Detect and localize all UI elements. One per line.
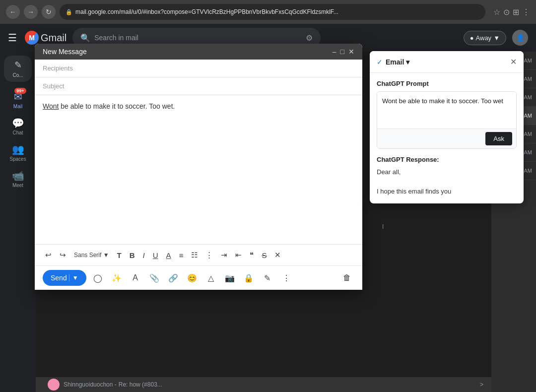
italic-button[interactable]: I bbox=[140, 249, 147, 261]
back-button[interactable]: ← bbox=[6, 5, 20, 19]
discard-button[interactable]: 🗑 bbox=[339, 270, 354, 285]
lock-icon: 🔒 bbox=[66, 9, 72, 15]
compose-body: Recipients Subject Wont be able to make … bbox=[35, 60, 362, 244]
signature-button[interactable]: ✎ bbox=[260, 270, 275, 285]
close-compose-button[interactable]: ✕ bbox=[348, 48, 354, 56]
chatgpt-ask-row: Ask bbox=[377, 129, 516, 148]
browser-actions: ☆ ⊙ ⊞ ⋮ bbox=[493, 7, 530, 17]
dropdown-arrow-icon: ▾ bbox=[406, 58, 409, 66]
chatgpt-prompt-title: ChatGPT Prompt bbox=[377, 80, 517, 87]
compose-button[interactable]: ✎ Co... bbox=[4, 56, 32, 82]
browser-chrome: ← → ↻ 🔒 mail.google.com/mail/u/0/#inbox?… bbox=[0, 0, 536, 24]
search-icon: 🔍 bbox=[80, 33, 90, 43]
text-color-button[interactable]: A bbox=[164, 249, 174, 261]
font-size-button[interactable]: T​​ bbox=[115, 249, 124, 261]
away-label: Away bbox=[476, 34, 492, 42]
link-button[interactable]: 🔗 bbox=[166, 270, 181, 285]
user-avatar[interactable]: 👤 bbox=[512, 30, 528, 46]
lock-button[interactable]: 🔒 bbox=[241, 270, 256, 285]
gmail-background: ☰ M Gmail 🔍 Search in mail ⚙ ● Away ▼ 👤 … bbox=[0, 24, 536, 392]
compose-underline-word: Wont bbox=[43, 102, 59, 110]
forward-button[interactable]: → bbox=[24, 5, 38, 19]
away-icon: ● bbox=[470, 34, 474, 42]
compose-label: Co... bbox=[12, 72, 23, 78]
gmail-sidebar: ✎ Co... ✉ 99+ Mail 💬 Chat 👥 Spaces 📹 Mee… bbox=[0, 52, 36, 392]
spaces-icon: 👥 bbox=[12, 143, 24, 155]
indent-less-button[interactable]: ⇤ bbox=[233, 249, 244, 261]
compose-text-area[interactable]: Wont be able to make it to soccer. Too w… bbox=[35, 95, 362, 244]
gmail-logo-text: Gmail bbox=[41, 32, 67, 44]
drive-button[interactable]: △ bbox=[203, 270, 218, 285]
gmail-logo: M Gmail bbox=[25, 31, 67, 45]
send-chevron: ▼ bbox=[69, 274, 78, 281]
unread-badge: 99+ bbox=[14, 88, 26, 94]
checkmark-icon: ✓ bbox=[377, 58, 383, 66]
email-type-label: Email bbox=[386, 58, 404, 66]
gmail-m-icon: M bbox=[25, 31, 39, 45]
bottom-notification[interactable]: Shinnguoiduochon - Re: how (#803... > bbox=[36, 377, 491, 392]
chatgpt-response-text: Dear all, I hope this email finds you bbox=[377, 167, 517, 196]
response-line-2: I hope this email finds you bbox=[377, 187, 517, 196]
notification-chevron[interactable]: > bbox=[480, 381, 483, 388]
mail-badge-wrapper: ✉ 99+ bbox=[14, 91, 22, 103]
formatting-button[interactable]: ◯ bbox=[90, 270, 105, 285]
away-button[interactable]: ● Away ▼ bbox=[464, 31, 506, 45]
redo-button[interactable]: ↪ bbox=[57, 249, 68, 261]
chat-icon: 💬 bbox=[12, 117, 24, 129]
cursor-indicator: I bbox=[382, 222, 384, 231]
email-type-dropdown[interactable]: Email ▾ bbox=[386, 58, 409, 66]
response-line-1: Dear all, bbox=[377, 167, 517, 177]
sidebar-item-mail[interactable]: ✉ 99+ Mail bbox=[3, 88, 33, 112]
compose-title: New Message bbox=[43, 48, 87, 56]
image-button[interactable]: 📷 bbox=[222, 270, 237, 285]
hamburger-menu[interactable]: ☰ bbox=[8, 32, 17, 44]
indent-more-button[interactable]: ⇥ bbox=[218, 249, 230, 261]
strikethrough-button[interactable]: S bbox=[259, 249, 269, 261]
bookmark-icon[interactable]: ☆ bbox=[493, 7, 500, 17]
meet-icon: 📹 bbox=[12, 170, 24, 182]
expand-button[interactable]: □ bbox=[340, 48, 344, 56]
chatgpt-response-title: ChatGPT Response: bbox=[377, 156, 517, 163]
chatgpt-header: ✓ Email ▾ ✕ bbox=[370, 51, 524, 73]
notification-subject: Re: how (#803... bbox=[119, 381, 162, 388]
numbered-list-button[interactable]: ☷ bbox=[189, 249, 200, 261]
remove-format-button[interactable]: ✕ bbox=[272, 249, 283, 261]
extensions-icon[interactable]: ⊞ bbox=[513, 7, 519, 17]
subject-label: Subject bbox=[43, 82, 64, 90]
away-chevron: ▼ bbox=[493, 34, 500, 42]
minimize-button[interactable]: – bbox=[333, 48, 336, 56]
menu-icon[interactable]: ⋮ bbox=[522, 7, 530, 17]
sparkle-button[interactable]: ✨ bbox=[109, 270, 124, 285]
address-bar[interactable]: 🔒 mail.google.com/mail/u/0/#inbox?compos… bbox=[60, 4, 485, 20]
sidebar-item-chat[interactable]: 💬 Chat bbox=[3, 114, 33, 138]
undo-button[interactable]: ↩ bbox=[43, 249, 54, 261]
subject-field[interactable]: Subject bbox=[35, 77, 362, 95]
align-button[interactable]: ≡ bbox=[177, 249, 186, 261]
sidebar-item-meet[interactable]: 📹 Meet bbox=[3, 167, 33, 191]
chatgpt-textarea-wrapper: Wont be able to make it to soccer. Too w… bbox=[377, 91, 517, 149]
chatgpt-prompt-input[interactable]: Wont be able to make it to soccer. Too w… bbox=[377, 92, 516, 127]
underline-button[interactable]: U bbox=[150, 249, 161, 261]
font-color-button[interactable]: A bbox=[128, 270, 143, 285]
chatgpt-header-left: ✓ Email ▾ bbox=[377, 58, 409, 66]
bullet-list-button[interactable]: ⋮ bbox=[203, 249, 215, 261]
compose-header: New Message – □ ✕ bbox=[35, 44, 362, 60]
tune-icon: ⚙ bbox=[306, 33, 313, 43]
notification-avatar bbox=[48, 379, 60, 391]
font-selector[interactable]: Sans Serif ▼ bbox=[71, 250, 112, 261]
send-button[interactable]: Send ▼ bbox=[43, 270, 86, 286]
more-options-button[interactable]: ⋮ bbox=[279, 270, 294, 285]
quote-button[interactable]: ❝ bbox=[247, 249, 256, 261]
sidebar-item-spaces[interactable]: 👥 Spaces bbox=[3, 140, 33, 165]
search-placeholder: Search in mail bbox=[94, 34, 302, 42]
topbar-right: ● Away ▼ 👤 bbox=[464, 30, 528, 46]
attach-button[interactable]: 📎 bbox=[147, 270, 162, 285]
emoji-button[interactable]: 😊 bbox=[185, 270, 200, 285]
send-label: Send bbox=[51, 274, 67, 282]
chatgpt-close-button[interactable]: ✕ bbox=[510, 57, 517, 66]
refresh-button[interactable]: ↻ bbox=[42, 5, 56, 19]
recipients-field[interactable]: Recipients bbox=[35, 60, 362, 77]
profile-icon[interactable]: ⊙ bbox=[503, 7, 510, 17]
ask-button[interactable]: Ask bbox=[485, 132, 512, 145]
bold-button[interactable]: B bbox=[127, 249, 137, 261]
